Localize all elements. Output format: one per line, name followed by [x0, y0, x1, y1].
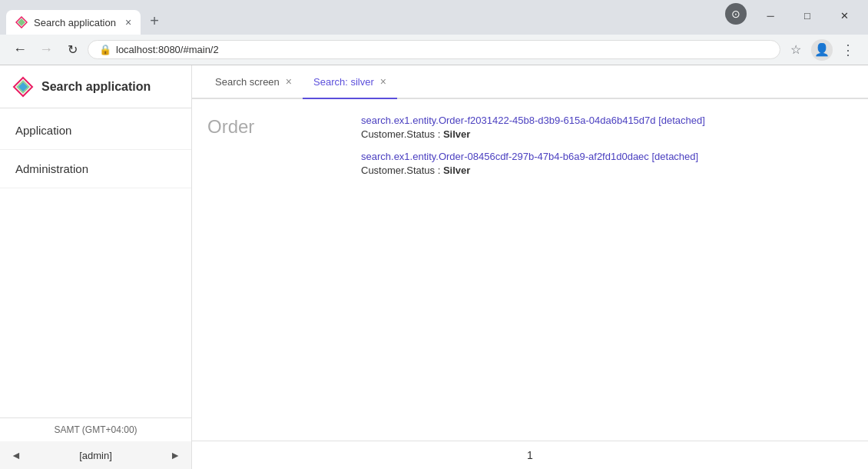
- tab-search-silver-close[interactable]: ×: [380, 75, 386, 88]
- close-button[interactable]: ✕: [827, 3, 862, 28]
- main-content: Search screen × Search: silver × Order s…: [192, 65, 868, 469]
- tab-title: Search application: [34, 17, 116, 28]
- lock-icon: 🔒: [99, 44, 111, 55]
- url-input-bar[interactable]: 🔒 localhost:8080/#main/2: [88, 40, 780, 59]
- result-meta-value-2: Silver: [443, 165, 470, 176]
- profile-icon[interactable]: ⊙: [725, 3, 747, 25]
- result-meta-label-1: Customer.Status :: [361, 128, 443, 140]
- bookmarks-icon[interactable]: ☆: [785, 39, 807, 61]
- tab-search-screen-close[interactable]: ×: [286, 75, 292, 88]
- maximize-button[interactable]: □: [790, 3, 825, 28]
- result-link-2[interactable]: search.ex1.entity.Order-08456cdf-297b-47…: [361, 151, 853, 162]
- more-options-icon[interactable]: ⋮: [837, 39, 859, 61]
- pagination-bar: 1: [192, 441, 868, 469]
- tab-search-silver[interactable]: Search: silver ×: [303, 65, 397, 99]
- result-link-1[interactable]: search.ex1.entity.Order-f2031422-45b8-d3…: [361, 115, 853, 126]
- back-button[interactable]: ←: [9, 39, 31, 61]
- sidebar-item-administration[interactable]: Administration: [0, 150, 191, 188]
- tab-close-btn[interactable]: ×: [125, 16, 131, 28]
- sidebar-expand-right[interactable]: ►: [167, 446, 184, 464]
- sidebar-header: Search application: [0, 65, 191, 108]
- sidebar: Search application Application Administr…: [0, 65, 192, 469]
- result-meta-value-1: Silver: [443, 128, 470, 140]
- app-logo-icon: [12, 76, 34, 98]
- result-section: Order search.ex1.entity.Order-f2031422-4…: [207, 115, 853, 187]
- result-item-2: search.ex1.entity.Order-08456cdf-297b-47…: [361, 151, 853, 176]
- content-tabs-bar: Search screen × Search: silver ×: [192, 65, 868, 99]
- url-text: localhost:8080/#main/2: [116, 44, 219, 55]
- result-section-label: Order: [207, 115, 346, 187]
- sidebar-item-application[interactable]: Application: [0, 111, 191, 150]
- sidebar-app-title: Search application: [41, 80, 151, 94]
- user-bar: ◄ [admin] ►: [0, 441, 191, 469]
- address-bar: ← → ↻ 🔒 localhost:8080/#main/2 ☆ 👤 ⋮: [0, 35, 868, 65]
- sidebar-footer: SAMT (GMT+04:00) ◄ [admin] ►: [0, 417, 191, 469]
- new-tab-button[interactable]: +: [144, 10, 165, 32]
- result-item-1: search.ex1.entity.Order-f2031422-45b8-d3…: [361, 115, 853, 140]
- sidebar-collapse-left[interactable]: ◄: [8, 446, 25, 464]
- sidebar-nav: Application Administration: [0, 108, 191, 417]
- tab-search-screen[interactable]: Search screen ×: [204, 65, 303, 99]
- results-area: Order search.ex1.entity.Order-f2031422-4…: [192, 99, 868, 441]
- favicon-icon: [15, 16, 28, 28]
- result-items: search.ex1.entity.Order-f2031422-45b8-d3…: [361, 115, 853, 187]
- reload-button[interactable]: ↻: [61, 39, 83, 61]
- app-container: Search application Application Administr…: [0, 65, 868, 469]
- profile-menu-icon[interactable]: 👤: [811, 39, 833, 61]
- pagination-page: 1: [527, 449, 533, 461]
- user-name: [admin]: [79, 450, 112, 461]
- minimize-button[interactable]: ─: [753, 3, 788, 28]
- result-meta-label-2: Customer.Status :: [361, 165, 443, 176]
- timezone-label: SAMT (GMT+04:00): [0, 418, 191, 441]
- browser-tab-active[interactable]: Search application ×: [6, 10, 141, 35]
- forward-button[interactable]: →: [35, 39, 57, 61]
